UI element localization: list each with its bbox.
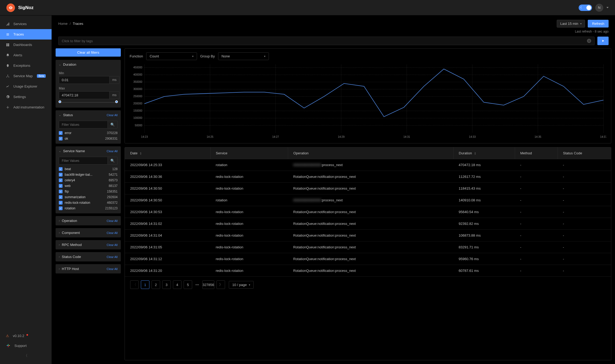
- table-row[interactable]: 2022/09/06 14:30:36 redis-lock-rotation …: [125, 171, 611, 183]
- chevron-left-icon: 〈: [24, 353, 28, 358]
- nav-item-traces[interactable]: Traces: [0, 29, 52, 40]
- next-page-button[interactable]: 〉: [216, 280, 225, 289]
- total-pages-button[interactable]: 327856: [202, 280, 214, 289]
- clear-link[interactable]: Clear All: [107, 255, 118, 259]
- min-label: Min: [59, 71, 118, 75]
- table-row[interactable]: 2022/09/06 14:31:02 redis-lock-rotation …: [125, 218, 611, 230]
- nav-item-usage-explorer[interactable]: Usage Explorer: [0, 81, 52, 92]
- cell-duration: 95960.76 ms: [453, 253, 515, 265]
- chevron-down-icon: ⌄: [59, 113, 61, 116]
- page-button-5[interactable]: 5: [184, 280, 192, 289]
- table-row[interactable]: 2022/09/06 14:30:50 rotation XXXXXXXXXXX…: [125, 194, 611, 206]
- chevron-down-icon: ⌄: [59, 150, 61, 152]
- refresh-button[interactable]: Refresh: [588, 20, 609, 28]
- nav-item-add-instrumentation[interactable]: Add instrumentation: [0, 102, 52, 112]
- clear-link[interactable]: Clear All: [107, 219, 118, 222]
- cell-duration: 106873.88 ms: [453, 230, 515, 241]
- page-button-1[interactable]: 1: [141, 280, 149, 289]
- check-count: 88137: [109, 184, 118, 188]
- nav-item-service-map[interactable]: Service Map Beta: [0, 71, 52, 81]
- th-status-code: Status Code: [558, 147, 611, 159]
- page-button-3[interactable]: 3: [162, 280, 171, 289]
- search-icon[interactable]: 🔍: [108, 121, 118, 128]
- table-row[interactable]: 2022/09/06 14:31:20 redis-lock-rotation …: [125, 265, 611, 277]
- topbar: SigNoz ☾ N: [0, 0, 615, 15]
- time-range-select[interactable]: Last 15 min ▾: [557, 20, 585, 28]
- user-menu-caret-icon[interactable]: [606, 7, 609, 8]
- clear-link[interactable]: Clear All: [107, 113, 118, 117]
- check-item[interactable]: ✓ ok 2908331: [59, 137, 118, 140]
- th-date[interactable]: Date▲▼: [125, 147, 210, 159]
- check-item[interactable]: ✓ rotation 2155123: [59, 206, 118, 210]
- function-select[interactable]: Count ▾: [146, 52, 197, 60]
- logo[interactable]: SigNoz: [6, 3, 34, 12]
- check-item[interactable]: ✓ celery4 69573: [59, 178, 118, 182]
- filter-header[interactable]: › RPC Method Clear All: [56, 240, 121, 249]
- cell-operation: RotationQueue:notification:process_next: [288, 171, 453, 183]
- run-query-button[interactable]: [597, 37, 609, 45]
- clear-tags-icon[interactable]: ✕: [587, 39, 591, 43]
- cell-status: -: [558, 241, 611, 253]
- nav-item-alerts[interactable]: Alerts: [0, 50, 52, 60]
- breadcrumb-home[interactable]: Home: [58, 22, 68, 26]
- cell-service: redis-lock-rotation: [210, 241, 288, 253]
- cell-operation: RotationQueue:notification:process_next: [288, 230, 453, 241]
- nav-item-settings[interactable]: Settings: [0, 92, 52, 102]
- cell-method: -: [515, 265, 558, 277]
- nav-item-dashboards[interactable]: Dashboards: [0, 40, 52, 50]
- search-icon[interactable]: 🔍: [108, 157, 118, 165]
- warning-icon: ⚠: [6, 334, 9, 338]
- clear-link[interactable]: Clear All: [107, 150, 118, 153]
- check-item[interactable]: ✓ beat 128: [59, 167, 118, 171]
- filter-duration-header[interactable]: ⌄ Duration: [56, 60, 121, 69]
- check-count: 69573: [109, 178, 118, 182]
- table-row[interactable]: 2022/09/06 14:25:33 rotation XXXXXXXXXXX…: [125, 159, 611, 171]
- filter-header[interactable]: › Status Code Clear All: [56, 252, 121, 261]
- nav-label: Usage Explorer: [13, 84, 37, 88]
- groupby-select[interactable]: None ▾: [218, 52, 269, 60]
- check-item[interactable]: ✓ summarization 292604: [59, 195, 118, 199]
- table-row[interactable]: 2022/09/06 14:30:53 redis-lock-rotation …: [125, 206, 611, 218]
- filter-status-header[interactable]: ⌄ Status Clear All: [56, 110, 121, 120]
- clear-link[interactable]: Clear All: [107, 231, 118, 234]
- filter-service-header[interactable]: ⌄ Service Name Clear All: [56, 146, 121, 156]
- status-search-input[interactable]: [59, 121, 108, 128]
- cell-service: rotation: [210, 159, 288, 171]
- clear-link[interactable]: Clear All: [107, 267, 118, 271]
- traces-chart: 5000010000015000020000025000030000035000…: [130, 63, 606, 139]
- filter-header[interactable]: › Operation Clear All: [56, 216, 121, 225]
- svg-point-1: [7, 75, 8, 75]
- clear-link[interactable]: Clear All: [107, 243, 118, 246]
- theme-toggle[interactable]: ☾: [579, 5, 592, 11]
- check-item[interactable]: ✓ backfill-ledger-bal... 54271: [59, 173, 118, 177]
- check-item[interactable]: ✓ web 88137: [59, 184, 118, 188]
- support-item[interactable]: Support: [0, 340, 52, 351]
- nav-item-exceptions[interactable]: Exceptions: [0, 60, 52, 71]
- table-row[interactable]: 2022/09/06 14:31:04 redis-lock-rotation …: [125, 230, 611, 241]
- page-button-4[interactable]: 4: [173, 280, 181, 289]
- service-search-input[interactable]: [59, 157, 108, 165]
- duration-slider[interactable]: [60, 102, 117, 103]
- max-input[interactable]: [59, 91, 110, 99]
- prev-page-button[interactable]: 〈: [130, 280, 139, 289]
- filter-header[interactable]: › Component Clear All: [56, 228, 121, 237]
- th-duration[interactable]: Duration▲▼: [453, 147, 515, 159]
- version-item[interactable]: ⚠ v0.10.2: [0, 331, 52, 340]
- min-input[interactable]: [59, 76, 110, 84]
- check-item[interactable]: ✓ redis-lock-rotation 460372: [59, 201, 118, 205]
- nav-item-services[interactable]: Services: [0, 19, 52, 29]
- tags-filter-input[interactable]: Click to filter by tags ✕: [58, 37, 595, 45]
- collapse-sidebar-button[interactable]: 〈: [0, 351, 52, 361]
- page-button-2[interactable]: 2: [152, 280, 160, 289]
- table-row[interactable]: 2022/09/06 14:31:05 redis-lock-rotation …: [125, 241, 611, 253]
- filter-title: Status Code: [62, 255, 81, 259]
- check-item[interactable]: ✓ error 370228: [59, 131, 118, 135]
- clear-all-filters-button[interactable]: Clear all filters: [56, 48, 121, 57]
- page-size-select[interactable]: 10 / page ▾: [229, 281, 254, 289]
- table-row[interactable]: 2022/09/06 14:31:12 redis-lock-rotation …: [125, 253, 611, 265]
- cell-duration: 112617.72 ms: [453, 171, 515, 183]
- filter-header[interactable]: › HTTP Host Clear All: [56, 264, 121, 273]
- check-item[interactable]: ✓ flip 158351: [59, 190, 118, 193]
- avatar[interactable]: N: [595, 4, 603, 12]
- table-row[interactable]: 2022/09/06 14:30:50 redis-lock-rotation …: [125, 183, 611, 194]
